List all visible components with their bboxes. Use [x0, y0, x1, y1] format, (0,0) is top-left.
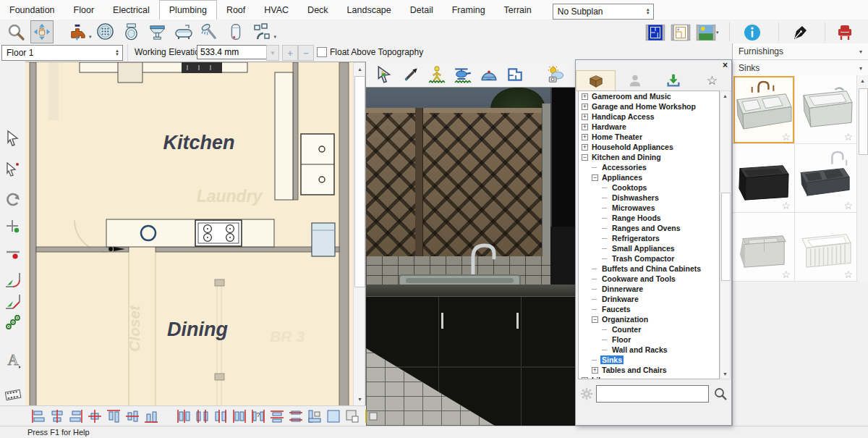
menu-tab-framing[interactable]: Framing	[443, 1, 495, 20]
scrollbar-thumb[interactable]	[721, 193, 731, 281]
environment-tool-button[interactable]	[544, 63, 567, 86]
bottom-tool-align-right[interactable]	[67, 407, 85, 426]
drain-tool-button[interactable]	[94, 20, 117, 43]
plus-expander-icon[interactable]: +	[582, 134, 588, 140]
tree-scrollbar[interactable]: ▲ ▼	[720, 90, 731, 379]
bottom-tool-space-between[interactable]	[230, 407, 249, 426]
bottom-tool-space-vertical-top[interactable]	[268, 407, 286, 426]
search-icon[interactable]	[713, 387, 728, 401]
sink-thumbnail[interactable]: ☆	[733, 213, 795, 282]
floorplan-overlay-button[interactable]	[503, 63, 527, 86]
edit-pen-button[interactable]	[788, 21, 812, 44]
bottom-tool-selection-box[interactable]	[324, 407, 343, 426]
plan-view-window[interactable]: Kitchen Laundry Dining Closet BR 3 ▲ ▼	[25, 62, 365, 406]
tree-item-dinnerware[interactable]: Dinnerware	[579, 284, 719, 294]
text-tool-button[interactable]: A	[3, 350, 22, 369]
elevation-plus-button[interactable]: +	[282, 45, 298, 61]
favorite-star-icon[interactable]: ☆	[843, 269, 853, 280]
render-view-button[interactable]	[694, 21, 718, 44]
gear-icon[interactable]	[580, 387, 593, 400]
tree-item-microwaves[interactable]: Microwaves	[579, 203, 719, 213]
spinner-icon[interactable]: ▲▼	[643, 8, 653, 15]
furnishings-header[interactable]: Furnishings ▾	[733, 43, 868, 60]
category-header[interactable]: Sinks ▾	[733, 60, 868, 77]
tree-item-floor[interactable]: Floor	[579, 334, 719, 345]
tree-item-garage-and-home-workshop[interactable]: +Garage and Home Workshop	[579, 101, 719, 111]
scroll-up-arrow[interactable]: ▲	[857, 75, 868, 86]
bottom-tool-align-left[interactable]	[29, 407, 48, 426]
tree-item-dishwashers[interactable]: Dishwashers	[579, 193, 719, 203]
menu-tab-hvac[interactable]: HVAC	[255, 1, 298, 20]
plus-expander-icon[interactable]: +	[582, 144, 588, 151]
faucet-tool-button[interactable]	[65, 20, 88, 43]
favorite-star-icon[interactable]: ☆	[781, 200, 791, 211]
tab-catalog[interactable]	[576, 70, 616, 90]
sink-thumbnail[interactable]: ☆	[795, 213, 857, 282]
more-views-arrow-icon[interactable]: ▾	[716, 30, 719, 35]
orbit-camera-tool-button[interactable]	[477, 63, 501, 86]
break-line-button[interactable]	[3, 244, 22, 264]
tree-item-buffets-and-china-cabinets[interactable]: Buffets and China Cabinets	[579, 264, 719, 274]
minus-expander-icon[interactable]: −	[592, 316, 598, 323]
tree-item-accessories[interactable]: Accessories	[579, 162, 719, 172]
sink-thumbnail[interactable]: ☆	[733, 75, 795, 144]
favorite-star-icon[interactable]: ☆	[781, 131, 791, 143]
fillet-corner-button[interactable]	[3, 270, 22, 290]
favorite-star-icon[interactable]: ☆	[843, 200, 853, 211]
tree-item-range-hoods[interactable]: Range Hoods	[579, 213, 719, 223]
bottom-tool-reference-line[interactable]	[362, 407, 380, 426]
scroll-up-arrow[interactable]: ▲	[720, 91, 730, 101]
chamfer-corner-button[interactable]	[3, 292, 22, 311]
bottom-tool-align-top[interactable]	[104, 407, 123, 426]
tree-item-organization[interactable]: −Organization	[579, 314, 719, 324]
floor-plan-canvas[interactable]: Kitchen Laundry Dining Closet BR 3	[25, 62, 353, 406]
rotate-tool-button[interactable]	[3, 189, 22, 209]
walkthrough-tool-button[interactable]	[3, 384, 22, 404]
elevation-minus-button[interactable]: −	[298, 45, 314, 61]
plan-view-button[interactable]	[669, 21, 692, 44]
menu-tab-landscape[interactable]: Landscape	[338, 1, 401, 20]
sink-thumbnail[interactable]: ☆	[795, 144, 857, 213]
pan-tool-button[interactable]	[30, 20, 54, 43]
scroll-down-arrow[interactable]: ▼	[354, 393, 366, 405]
select-tool-button[interactable]	[373, 63, 396, 86]
menu-tab-floor[interactable]: Floor	[64, 1, 103, 20]
zoom-tool-button[interactable]	[4, 20, 27, 43]
tree-item-drinkware[interactable]: Drinkware	[579, 294, 719, 304]
tab-downloads[interactable]	[655, 70, 693, 90]
subplan-dropdown[interactable]: No Subplan ▲▼	[553, 4, 654, 20]
menu-tab-deck[interactable]: Deck	[298, 1, 337, 20]
minus-expander-icon[interactable]: −	[582, 154, 588, 161]
tree-item-handicap-access[interactable]: +Handicap Access	[579, 111, 719, 122]
scroll-down-arrow[interactable]: ▼	[720, 369, 730, 379]
tab-favorites[interactable]: ☆	[693, 70, 731, 90]
bottom-tool-align-bottom[interactable]	[142, 407, 161, 426]
blueprint-view-button[interactable]	[644, 21, 667, 44]
menu-tab-plumbing[interactable]: Plumbing	[159, 0, 217, 20]
library-browser-panel[interactable]: × ☆ +Gameroom and Music+Garage and Home …	[575, 59, 732, 426]
sink-thumbnail[interactable]: ☆	[795, 75, 857, 144]
bottom-tool-align-center-horizontal[interactable]	[123, 407, 142, 426]
sink-tool-button[interactable]	[146, 20, 169, 43]
tree-item-gameroom-and-music[interactable]: +Gameroom and Music	[579, 91, 719, 101]
bottom-tool-space-centers[interactable]	[192, 407, 211, 426]
tree-item-hardware[interactable]: +Hardware	[579, 122, 719, 132]
tree-item-kitchen-and-dining[interactable]: −Kitchen and Dining	[579, 152, 719, 162]
water-heater-tool-button[interactable]	[224, 20, 247, 43]
tree-item-trash-compactor[interactable]: Trash Compactor	[579, 253, 719, 264]
elevation-dropdown-button[interactable]: ▼	[266, 45, 279, 61]
bottom-tool-edit-area[interactable]	[343, 407, 362, 426]
walkthrough-tool-button[interactable]	[425, 63, 448, 86]
tree-item-tables-and-chairs[interactable]: +Tables and Chairs	[579, 365, 719, 375]
tree-item-appliances[interactable]: −Appliances	[579, 172, 719, 182]
plan-vertical-scrollbar[interactable]: ▲ ▼	[353, 62, 365, 406]
bottom-tool-space-vertical-centers[interactable]	[286, 407, 305, 426]
scrollbar-thumb[interactable]	[859, 88, 868, 155]
sink-thumbnail[interactable]: ☆	[733, 144, 795, 213]
dropdown-arrow-icon[interactable]: ▾	[274, 34, 277, 40]
bottom-tool-align-center-vertical[interactable]	[48, 407, 67, 426]
dropdown-arrow-icon[interactable]: ▾	[89, 34, 92, 40]
floor-selector[interactable]: Floor 1 ▲▼	[1, 45, 123, 61]
sprinkler-tool-button[interactable]	[3, 312, 22, 332]
plus-expander-icon[interactable]: +	[582, 114, 588, 120]
